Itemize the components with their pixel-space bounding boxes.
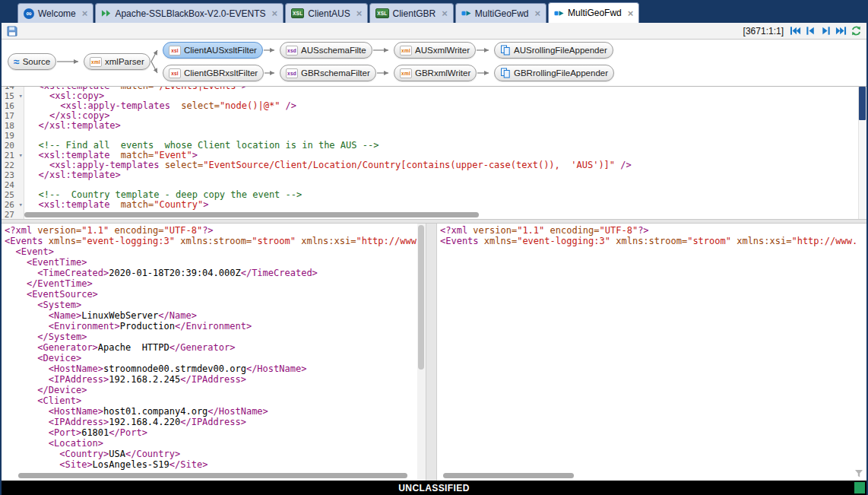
xslt-editor[interactable]: 1415▾161718192021▾2223242526▾27 <xsl:tem… xyxy=(2,87,866,219)
fold-toggle-icon[interactable]: ▾ xyxy=(19,91,23,101)
tab-multigeofwd[interactable]: MultiGeoFwd× xyxy=(548,2,639,23)
tab-label: ClientGBR xyxy=(393,8,436,19)
stepping-toolbar: [3671:1:1] xyxy=(2,23,866,40)
pipeline-element-label: AUSrollingFileAppender xyxy=(514,46,607,55)
save-icon[interactable] xyxy=(5,24,18,37)
line-number: 27 xyxy=(2,210,24,219)
line-number: 18 xyxy=(2,121,24,131)
tab-clientaus[interactable]: XSLClientAUS× xyxy=(285,3,368,23)
pipeline-element-Source[interactable]: ≈Source xyxy=(8,53,56,70)
vertical-splitter[interactable] xyxy=(426,224,437,481)
input-data-pane[interactable]: <?xml version="1.1" encoding="UTF-8"?><E… xyxy=(2,224,426,481)
step-back-button[interactable] xyxy=(804,24,817,37)
pipeline-element-label: AUSxmlWriter xyxy=(415,46,470,55)
code-line: <xsl:apply-templates select="node()|@*" … xyxy=(27,101,866,111)
input-xml: <?xml version="1.1" encoding="UTF-8"?><E… xyxy=(2,224,426,470)
pipeline-element-GBRschemaFilter[interactable]: xsdGBRschemaFilter xyxy=(280,65,376,81)
step-first-button[interactable] xyxy=(789,24,802,37)
line-number: 26▾ xyxy=(2,200,24,210)
line-number: 17 xyxy=(2,111,24,121)
xml-line: <Event> xyxy=(5,246,426,257)
stroom-window: ∞Welcome×Apache-SSLBlackBox-V2.0-EVENTS×… xyxy=(0,0,868,495)
tab-close-icon[interactable]: × xyxy=(535,8,541,18)
xml-icon: xml xyxy=(90,57,102,67)
xml-line: <TimeCreated>2020-01-18T20:39:04.000Z</T… xyxy=(5,268,426,278)
fold-toggle-icon[interactable]: ▾ xyxy=(19,151,23,160)
tab-clientgbr[interactable]: XSLClientGBR× xyxy=(369,3,454,23)
editor-vscroll-thumb[interactable] xyxy=(859,87,866,120)
tab-label: Apache-SSLBlackBox-V2.0-EVENTS xyxy=(115,8,265,19)
tab-bar: ∞Welcome×Apache-SSLBlackBox-V2.0-EVENTS×… xyxy=(2,0,866,23)
status-bar: UNCLASSIFIED xyxy=(2,481,866,495)
tab-apache-sslblackbox-v2-0-events[interactable]: Apache-SSLBlackBox-V2.0-EVENTS× xyxy=(95,3,284,23)
stream-source-icon: ≈ xyxy=(14,57,20,66)
pipeline-element-AUSschemaFilte[interactable]: xsdAUSschemaFilte xyxy=(280,42,372,59)
step-forward-button[interactable] xyxy=(819,24,832,37)
xml-line: <Client> xyxy=(5,395,426,406)
xml-line: <Site>LosAngeles-S19</Site> xyxy=(5,459,426,470)
status-corner-indicator xyxy=(854,482,865,493)
pipeline-element-label: AUSschemaFilte xyxy=(301,46,366,55)
tab-multigeofwd[interactable]: MultiGeoFwd× xyxy=(455,3,546,23)
step-last-button[interactable] xyxy=(835,24,847,37)
pipeline-element-label: GBRschemaFilter xyxy=(301,68,370,78)
output-hscroll-thumb[interactable] xyxy=(443,473,574,478)
tab-close-icon[interactable]: × xyxy=(628,8,634,18)
xslt-icon: XSL xyxy=(291,8,304,18)
xml-line: </EventTime> xyxy=(5,278,426,289)
tab-label: MultiGeoFwd xyxy=(475,8,529,19)
xml-line: <Environment>Production</Environment> xyxy=(5,321,426,332)
pipeline-element-label: GBRxmlWriter xyxy=(415,68,470,78)
xml-line: <Events xmlns="event-logging:3" xmlns:st… xyxy=(440,236,866,246)
pipeline-element-GBRxmlWriter[interactable]: xmlGBRxmlWriter xyxy=(394,65,477,81)
line-number: 15▾ xyxy=(2,91,24,101)
pipeline-element-AUSrollingFileAppender[interactable]: AUSrollingFileAppender xyxy=(494,42,613,59)
filter-icon[interactable] xyxy=(854,469,863,478)
xml-line: <Country>USA</Country> xyxy=(5,449,426,459)
welcome-icon: ∞ xyxy=(24,8,34,19)
refresh-icon[interactable] xyxy=(850,24,863,37)
line-number: 21▾ xyxy=(2,151,24,160)
xml-line: </Device> xyxy=(5,385,426,395)
editor-code[interactable]: <xsl:template match="/Events|Events"> <x… xyxy=(24,87,866,219)
xml-line: <IPAddress>192.168.4.220</IPAddress> xyxy=(5,417,426,427)
code-line: <xsl:template match="Country"> xyxy=(27,200,866,210)
pipeline-element-label: Source xyxy=(23,57,50,66)
editor-vscrollbar[interactable] xyxy=(858,87,866,219)
output-data-pane[interactable]: <?xml version="1.1" encoding="UTF-8"?><E… xyxy=(437,224,866,481)
xml-line: <Port>61801</Port> xyxy=(5,427,426,438)
output-xml: <?xml version="1.1" encoding="UTF-8"?><E… xyxy=(437,224,866,246)
input-hscroll-thumb[interactable] xyxy=(18,473,407,478)
rolling-file-icon xyxy=(500,68,511,78)
pipeline-icon xyxy=(554,8,564,18)
pipeline-element-AUSxmlWriter[interactable]: xmlAUSxmlWriter xyxy=(394,42,476,59)
tab-close-icon[interactable]: × xyxy=(356,8,363,18)
tab-label: Welcome xyxy=(38,8,76,19)
xml-line: <?xml version="1.1" encoding="UTF-8"?> xyxy=(5,225,426,236)
step-location: [3671:1:1] xyxy=(743,26,784,36)
input-vscrollbar[interactable] xyxy=(417,224,426,481)
tab-welcome[interactable]: ∞Welcome× xyxy=(17,3,93,23)
classification-banner: UNCLASSIFIED xyxy=(398,483,469,493)
xml-line: </System> xyxy=(5,332,426,342)
tab-label: ClientAUS xyxy=(308,8,350,19)
tab-close-icon[interactable]: × xyxy=(82,8,88,18)
xslt-filter-icon: xsl xyxy=(169,68,181,78)
pipeline-element-GBRrollingFileAppender[interactable]: GBRrollingFileAppender xyxy=(494,65,614,81)
fold-toggle-icon[interactable]: ▾ xyxy=(19,200,23,210)
pipeline-element-xmlParser[interactable]: xmlxmlParser xyxy=(84,53,150,70)
code-line: <xsl:apply-templates select="EventSource… xyxy=(27,160,866,170)
tab-close-icon[interactable]: × xyxy=(442,8,448,18)
xml-line: <Name>LinuxWebServer</Name> xyxy=(5,310,426,321)
xsd-schema-icon: xsd xyxy=(286,68,298,78)
xml-line: <Location> xyxy=(5,438,426,449)
pipeline-element-ClientAUSxsltFilter[interactable]: xslClientAUSxsltFilter xyxy=(163,42,263,59)
editor-hscroll-thumb[interactable] xyxy=(24,212,479,217)
tab-close-icon[interactable]: × xyxy=(271,8,277,18)
xml-line: <Events xmlns="event-logging:3" xmlns:st… xyxy=(5,236,426,246)
line-number: 20 xyxy=(2,141,24,151)
line-number: 19 xyxy=(2,131,24,141)
input-vscroll-thumb[interactable] xyxy=(418,225,424,370)
xslt-icon: XSL xyxy=(375,8,388,18)
pipeline-element-ClientGBRxsltFilter[interactable]: xslClientGBRxsltFilter xyxy=(163,65,264,81)
